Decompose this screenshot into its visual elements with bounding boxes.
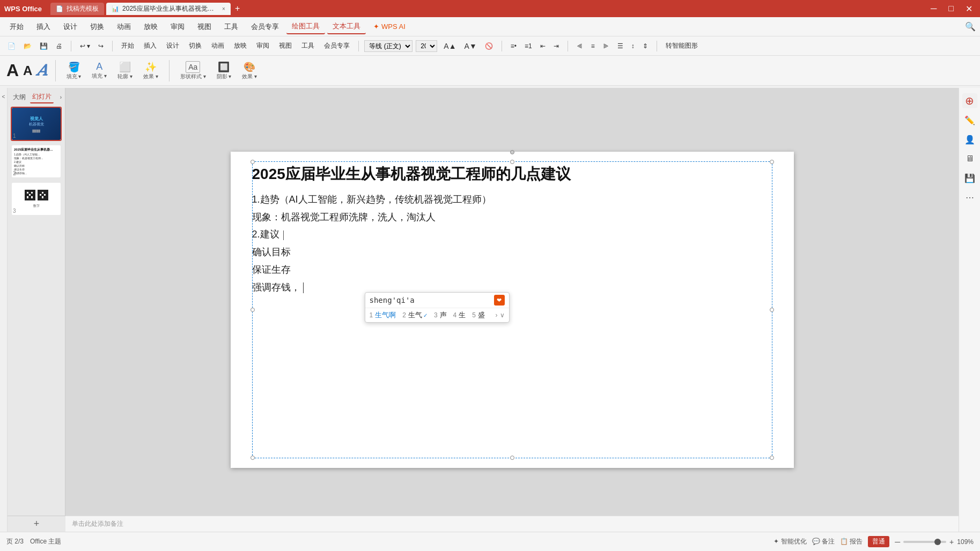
handle-tl[interactable] (250, 160, 255, 164)
menu-slideshow2[interactable]: 放映 (231, 40, 250, 52)
tab-close-icon[interactable]: × (222, 6, 225, 12)
tab-template[interactable]: 📄 找稿壳模板 (50, 3, 104, 15)
menu-view[interactable]: 视图 (192, 20, 217, 34)
minimize-button[interactable]: ─ (927, 3, 940, 14)
menu-wps-ai[interactable]: ✦ WPS AI (368, 20, 411, 33)
new-button[interactable]: 📄 (4, 41, 19, 51)
more-icon[interactable]: ⋯ (962, 190, 977, 205)
menu-vip2[interactable]: 会员专享 (321, 40, 353, 52)
slide-thumb-1[interactable]: 视觉人 机器视觉 ▓▓▓▓ 1 (11, 107, 62, 141)
wps-brand-icon[interactable]: ⊕ (962, 93, 977, 108)
ai-optimize-button[interactable]: ✦ 智能优化 (773, 537, 806, 546)
zoom-slider[interactable] (903, 541, 946, 543)
panel-collapse-icon[interactable]: › (60, 94, 62, 100)
menu-text-tools[interactable]: 文本工具 (327, 19, 366, 34)
ime-more-icon[interactable]: › (496, 311, 498, 319)
save-button[interactable]: 💾 (36, 41, 51, 51)
number-list[interactable]: ≡1 (521, 41, 535, 51)
decrease-indent[interactable]: ⇤ (537, 41, 549, 51)
font-size-increase[interactable]: A▲ (440, 40, 459, 52)
view-mode-button[interactable]: 普通 (868, 536, 889, 547)
clear-format[interactable]: 🚫 (482, 41, 496, 51)
menu-vip[interactable]: 会员专享 (246, 20, 284, 34)
line-spacing[interactable]: ↕ (628, 41, 638, 51)
font-size-decrease[interactable]: A▼ (461, 40, 480, 52)
report-button[interactable]: 📋 报告 (840, 537, 863, 546)
ime-candidate-5[interactable]: 5 盛 (472, 310, 485, 320)
shape-style-button[interactable]: Aa 形状样式 ▾ (177, 60, 209, 81)
menu-review2[interactable]: 审阅 (253, 40, 272, 52)
note-area[interactable]: 单击此处添加备注 (65, 516, 959, 532)
slide-canvas[interactable]: 2025应届毕业生从事机器视觉工程师的几点建议 1.趋势（AI人工智能，新兴趋势… (231, 152, 794, 468)
undo-button[interactable]: ↩ ▾ (77, 41, 93, 51)
maximize-button[interactable]: □ (945, 3, 957, 14)
edit-icon[interactable]: ✏️ (962, 113, 977, 128)
font-name-select[interactable]: 等线 (正文) (364, 40, 412, 52)
handle-bm[interactable] (510, 456, 514, 460)
person-icon[interactable]: 👤 (962, 132, 977, 147)
menu-draw-tools[interactable]: 绘图工具 (286, 19, 325, 34)
handle-br[interactable] (770, 456, 774, 460)
align-justify[interactable]: ☰ (614, 41, 627, 51)
add-tab-button[interactable]: + (235, 4, 240, 13)
menu-animation2[interactable]: 动画 (208, 40, 227, 52)
tab-slides[interactable]: 幻灯片 (30, 91, 54, 103)
outline-button[interactable]: ⬜ 轮廓 ▾ (114, 60, 136, 81)
save-cloud-icon[interactable]: 💾 (962, 170, 977, 185)
menu-transition[interactable]: 切换 (85, 20, 109, 34)
menu-animation[interactable]: 动画 (112, 20, 136, 34)
comment-button[interactable]: 💬 备注 (812, 537, 835, 546)
menu-tools2[interactable]: 工具 (298, 40, 318, 52)
ime-candidate-4[interactable]: 4 生 (453, 310, 466, 320)
handle-tm[interactable] (510, 160, 514, 164)
ime-candidate-3[interactable]: 3 声 (434, 310, 447, 320)
menu-start[interactable]: 开始 (4, 20, 29, 34)
effect2-button[interactable]: 🎨 效果 ▾ (239, 60, 260, 81)
increase-indent[interactable]: ⇥ (550, 41, 562, 51)
print-button[interactable]: 🖨 (53, 41, 65, 51)
fill-button[interactable]: 🪣 填充 ▾ (63, 60, 85, 81)
align-right[interactable]: ⫸ (600, 41, 613, 51)
handle-tr[interactable] (770, 160, 774, 164)
menu-view2[interactable]: 视图 (276, 40, 295, 52)
handle-ml[interactable] (250, 308, 255, 312)
effect-button[interactable]: ✨ 效果 ▾ (140, 60, 161, 81)
menu-tools[interactable]: 工具 (219, 20, 244, 34)
menu-review[interactable]: 审阅 (165, 20, 190, 34)
rotate-handle[interactable] (510, 150, 514, 154)
ime-candidate-2[interactable]: 2 生气 ✓ (402, 310, 428, 320)
zoom-in-button[interactable]: + (949, 538, 954, 546)
convert-smart-shape[interactable]: 转智能图形 (662, 40, 701, 52)
handle-mr[interactable] (770, 308, 774, 312)
align-left[interactable]: ⫷ (573, 41, 586, 51)
monitor-icon[interactable]: 🖥 (962, 151, 977, 166)
bullet-list[interactable]: ≡• (507, 41, 520, 51)
add-slide-button[interactable]: + (8, 516, 65, 532)
tab-outline[interactable]: 大纲 (11, 92, 28, 103)
vert-align[interactable]: ⇕ (639, 41, 651, 51)
font-size-select[interactable]: 20 (416, 40, 437, 52)
close-button[interactable]: ✕ (962, 3, 976, 15)
redo-button[interactable]: ↪ (95, 41, 107, 51)
menu-slideshow[interactable]: 放映 (138, 20, 163, 34)
list-btns: ≡• ≡1 ⇤ ⇥ (507, 41, 562, 51)
menu-design[interactable]: 设计 (58, 20, 83, 34)
menu-transition2[interactable]: 切换 (186, 40, 205, 52)
zoom-out-button[interactable]: ─ (895, 538, 900, 546)
menu-insert[interactable]: 插入 (31, 20, 56, 34)
ime-expand-icon[interactable]: ∨ (500, 311, 505, 319)
align-center[interactable]: ≡ (588, 41, 598, 51)
slide-thumb-3[interactable]: 数字 3 (11, 182, 62, 216)
handle-bl[interactable] (250, 456, 255, 460)
open-button[interactable]: 📂 (20, 41, 35, 51)
search-icon[interactable]: 🔍 (965, 21, 976, 32)
text-fill-button[interactable]: A 填充 ▾ (89, 60, 110, 81)
shadow-button[interactable]: 🔲 阴影 ▾ (213, 60, 235, 81)
slide-thumb-2[interactable]: 2025应届毕业生从事机器... 1.趋势（AI人工智能... 现象：机器视觉工… (11, 144, 62, 178)
sidebar-collapse[interactable]: < (1, 92, 7, 101)
menu-start2[interactable]: 开始 (118, 40, 137, 52)
tab-presentation[interactable]: 📊 2025应届毕业生从事机器视觉工... × (106, 3, 231, 15)
menu-design2[interactable]: 设计 (163, 40, 182, 52)
ime-candidate-1[interactable]: 1 生气啊 (370, 310, 396, 320)
menu-insert2[interactable]: 插入 (141, 40, 160, 52)
